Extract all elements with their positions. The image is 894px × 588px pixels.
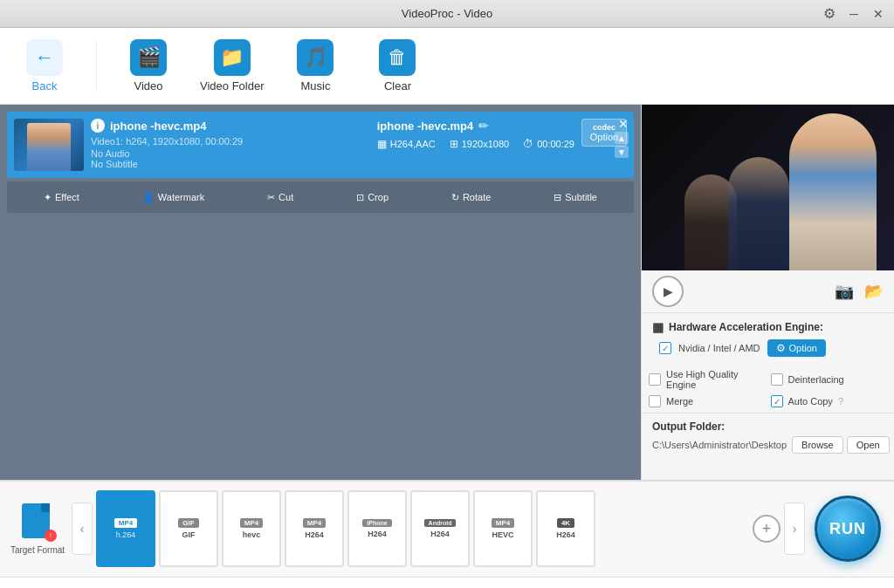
preview-controls: ▶ 📷 📂 (642, 270, 894, 313)
fmt-badge-hevc: MP4 (240, 518, 263, 528)
scroll-down-arrow[interactable]: ▼ (615, 146, 629, 158)
format-list: MP4 h.264 GIF GIF MP4 hevc MP4 H264 iPho… (96, 490, 749, 567)
preview-person-1 (789, 113, 877, 270)
music-button[interactable]: 🎵 Music (285, 39, 346, 92)
nvidia-row: Nvidia / Intel / AMD ⚙ Option (652, 339, 884, 357)
thumb-person (27, 123, 71, 171)
close-button[interactable]: ✕ (870, 5, 887, 23)
fmt-name-gif: GIF (182, 530, 196, 539)
cut-button[interactable]: ✂ Cut (260, 188, 300, 207)
tab-device[interactable]: Device (358, 578, 537, 588)
duration-value: 00:00:29 (537, 139, 574, 149)
fmt-name-android: H264 (430, 530, 450, 538)
scroll-up-arrow[interactable]: ▲ (615, 132, 629, 144)
settings-button[interactable]: ⚙ (821, 5, 838, 23)
options-grid: Use High Quality Engine Deinterlacing Me… (642, 369, 894, 413)
fmt-name-hevc2: HEVC (492, 530, 513, 539)
auto-copy-help-icon[interactable]: ? (838, 396, 843, 407)
clear-label: Clear (384, 79, 411, 92)
window-controls: ⚙ ─ ✕ (821, 5, 887, 23)
rotate-button[interactable]: ↻ Rotate (444, 188, 498, 207)
bottom-tabs: Popular Video Device Music Toolbox (0, 577, 894, 588)
effect-button[interactable]: ✦ Effect (37, 188, 86, 207)
effect-label: Effect (55, 192, 79, 202)
tab-video[interactable]: Video (179, 578, 358, 588)
main-area: i iphone -hevc.mp4 Video1: h264, 1920x10… (0, 105, 894, 480)
format-mp4-hevc[interactable]: MP4 hevc (222, 490, 281, 567)
fmt-badge-android: Android (424, 519, 457, 527)
run-button[interactable]: RUN (815, 496, 881, 562)
tab-popular[interactable]: Popular (0, 578, 179, 588)
doc-icon: ! (22, 503, 50, 538)
high-quality-row: Use High Quality Engine (649, 369, 766, 390)
target-format: ! Target Format (7, 489, 68, 568)
merge-row: Merge (649, 395, 766, 407)
title-bar: VideoProc - Video ⚙ ─ ✕ (0, 0, 894, 28)
video-icon: 🎬 (130, 39, 167, 76)
effect-icon: ✦ (44, 192, 52, 203)
crop-label: Crop (368, 192, 389, 202)
open-button[interactable]: Open (847, 436, 890, 454)
doc-badge: ! (45, 530, 57, 542)
video-folder-button[interactable]: 📁 Video Folder (200, 39, 264, 92)
auto-copy-checkbox[interactable] (771, 395, 783, 407)
add-format-button[interactable]: + (753, 515, 781, 543)
format-mp4-h264[interactable]: MP4 h.264 (96, 490, 155, 567)
crop-button[interactable]: ⊡ Crop (349, 188, 395, 207)
browse-button[interactable]: Browse (792, 436, 843, 454)
duration-icon: ⏱ (523, 138, 533, 150)
deinterlacing-checkbox[interactable] (771, 373, 783, 386)
codec-btn-top: codec (589, 123, 619, 132)
tab-toolbox[interactable]: Toolbox (715, 578, 894, 588)
format-nav-left[interactable]: ‹ (72, 503, 93, 555)
fmt-name-h264: H264 (305, 530, 324, 539)
output-path: C:\Users\Administrator\Desktop (652, 440, 787, 450)
edit-name-icon[interactable]: ✏ (478, 119, 489, 133)
video-card-right-section: iphone -hevc.mp4 ✏ ▦ H264,AAC ⊞ 1920x108… (377, 119, 574, 150)
video-audio: No Audio (91, 148, 370, 159)
option-button[interactable]: ⚙ Option (767, 339, 826, 357)
resolution-icon: ⊞ (450, 138, 458, 150)
codec-value: H264,AAC (390, 139, 436, 149)
resolution-info: ⊞ 1920x1080 (450, 138, 509, 150)
output-filename: iphone -hevc.mp4 (377, 120, 474, 133)
format-nav-right[interactable]: › (784, 503, 805, 555)
video-format-info: ▦ H264,AAC ⊞ 1920x1080 ⏱ 00:00:29 (377, 138, 574, 150)
video-subtitle: No Subtitle (91, 159, 370, 169)
format-mp4-h264-2[interactable]: MP4 H264 (285, 490, 344, 567)
back-button[interactable]: ← Back (14, 39, 75, 92)
edit-toolbar: ✦ Effect 👤 Watermark ✂ Cut ⊡ Crop ↻ R (7, 181, 634, 213)
video-button[interactable]: 🎬 Video (118, 39, 179, 92)
fmt-badge-mp4-active: MP4 (114, 518, 137, 528)
format-mp4-hevc-2[interactable]: MP4 HEVC (473, 490, 533, 567)
subtitle-icon: ⊟ (554, 192, 561, 203)
folder-icon: 📁 (214, 39, 251, 76)
tab-music[interactable]: Music (536, 578, 715, 588)
clear-button[interactable]: 🗑 Clear (367, 39, 428, 92)
codec-info: ▦ H264,AAC (377, 138, 436, 150)
run-btn-area: RUN (808, 496, 887, 562)
format-4k-h264[interactable]: 4K H264 (536, 490, 595, 567)
format-iphone-h264[interactable]: iPhone H264 (347, 490, 407, 567)
format-strip: ! Target Format ‹ MP4 h.264 GIF GIF MP4 … (0, 482, 894, 577)
video-card-header: i iphone -hevc.mp4 Video1: h264, 1920x10… (14, 119, 627, 171)
video-card-container: i iphone -hevc.mp4 Video1: h264, 1920x10… (7, 112, 634, 213)
hw-chip-icon: ▦ (652, 320, 664, 334)
format-android-h264[interactable]: Android H264 (410, 490, 470, 567)
format-gif[interactable]: GIF GIF (159, 490, 218, 567)
nvidia-checkbox[interactable] (659, 342, 671, 354)
fmt-badge-iphone: iPhone (362, 519, 391, 527)
watermark-button[interactable]: 👤 Watermark (135, 188, 211, 207)
gear-icon: ⚙ (776, 342, 786, 354)
folder-open-icon[interactable]: 📂 (864, 282, 884, 301)
high-quality-checkbox[interactable] (649, 373, 661, 386)
subtitle-button[interactable]: ⊟ Subtitle (547, 188, 604, 207)
minimize-button[interactable]: ─ (845, 5, 863, 23)
screenshot-icon[interactable]: 📷 (835, 282, 854, 301)
video-card-close-button[interactable]: ✕ (618, 117, 629, 131)
preview-area (642, 105, 894, 270)
merge-checkbox[interactable] (649, 395, 661, 407)
codec-icon: ▦ (377, 138, 387, 150)
play-button[interactable]: ▶ (652, 276, 684, 307)
merge-label: Merge (666, 396, 693, 407)
